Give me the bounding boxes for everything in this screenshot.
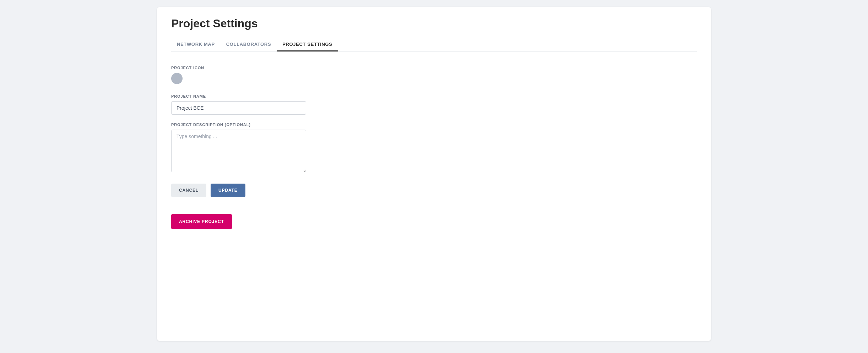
tabs-nav: NETWORK MAP COLLABORATORS PROJECT SETTIN… xyxy=(171,38,697,51)
project-icon-circle[interactable] xyxy=(171,73,183,84)
tab-collaborators[interactable]: COLLABORATORS xyxy=(221,38,277,51)
project-icon-section: PROJECT ICON xyxy=(171,66,306,86)
project-description-section: PROJECT DESCRIPTION (OPTIONAL) xyxy=(171,123,306,174)
archive-project-button[interactable]: ARCHIVE PROJECT xyxy=(171,214,232,229)
project-name-section: PROJECT NAME xyxy=(171,94,306,115)
tab-network-map[interactable]: NETWORK MAP xyxy=(171,38,221,51)
project-description-textarea[interactable] xyxy=(171,130,306,172)
tab-project-settings[interactable]: PROJECT SETTINGS xyxy=(277,38,338,51)
project-name-label: PROJECT NAME xyxy=(171,94,306,98)
page-content: PROJECT ICON PROJECT NAME PROJECT DESCRI… xyxy=(157,51,711,243)
page-title: Project Settings xyxy=(171,17,697,30)
project-icon-label: PROJECT ICON xyxy=(171,66,306,70)
settings-form: PROJECT ICON PROJECT NAME PROJECT DESCRI… xyxy=(171,66,306,229)
action-buttons: CANCEL UPDATE xyxy=(171,184,306,197)
project-name-input[interactable] xyxy=(171,101,306,115)
page-container: Project Settings NETWORK MAP COLLABORATO… xyxy=(157,7,711,341)
project-description-label: PROJECT DESCRIPTION (OPTIONAL) xyxy=(171,123,306,127)
cancel-button[interactable]: CANCEL xyxy=(171,184,206,197)
page-header: Project Settings NETWORK MAP COLLABORATO… xyxy=(157,7,711,51)
update-button[interactable]: UPDATE xyxy=(211,184,245,197)
